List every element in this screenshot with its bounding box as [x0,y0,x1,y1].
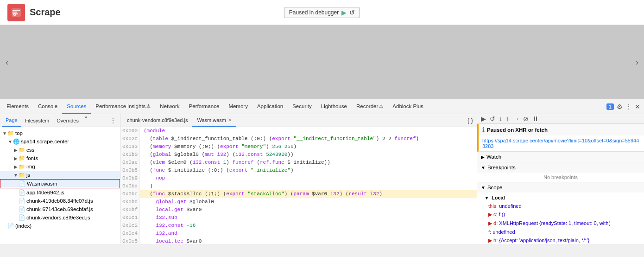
tree-item-spa14[interactable]: ▼ 🌐 spa14.scrape.center [0,137,120,146]
breakpoints-header[interactable]: ▼ Breakpoints [477,162,644,173]
subtab-filesystem[interactable]: Filesystem [21,114,53,127]
scope-header[interactable]: ▼ Scope [477,182,644,193]
tab-memory[interactable]: Memory [224,99,253,114]
code-tab-wasm[interactable]: Wasm.wasm ✕ [192,114,236,127]
code-panel-icons: { } [467,114,475,127]
watch-header[interactable]: ▶ Watch [477,152,644,162]
tree-label-chunk67143: chunk-67143ceb.69ecbfaf.js [26,206,93,212]
tree-item-css[interactable]: ▶ 📁 css [0,146,120,154]
scope-item-this: this: undefined [481,202,640,210]
tree-item-top[interactable]: ▼ 📁 top [0,129,120,137]
sources-left-panel: Page Filesystem Overrides » ⋮ ▼ 📁 top [0,114,120,244]
step-over-icon[interactable]: ↺ [349,9,355,16]
scope-item-d[interactable]: ▶ d: XMLHttpRequest {readyState: 1, time… [481,219,640,228]
deactivate-breakpoints-button[interactable]: ⊘ [522,114,530,123]
file-icon-chunk-vendors: 📄 [19,214,25,221]
code-line: 0x033 (memory $memory (;0;) (export "mem… [120,143,477,151]
tree-item-index[interactable]: 📄 (index) [0,222,120,230]
tab-recorder[interactable]: Recorder ⚠ [352,99,388,114]
tab-adblock[interactable]: Adblock Plus [388,99,428,114]
file-icon-chunk67143: 📄 [19,206,25,212]
code-tabs: chunk-vendors.c8f9e3ed.js Wasm.wasm ✕ { … [120,114,477,127]
sources-middle-panel: chunk-vendors.c8f9e3ed.js Wasm.wasm ✕ { … [120,114,477,244]
tree-label-img: img [26,164,35,169]
tab-security[interactable]: Security [288,99,316,114]
performance-insights-icon: ⚠ [146,103,151,109]
tree-arrow-img: ▶ [13,164,19,169]
tree-item-fonts[interactable]: ▶ 📁 fonts [0,154,120,162]
tree-arrow-fonts: ▶ [13,156,19,161]
file-tree: ▼ 📁 top ▼ 🌐 spa14.scrape.center ▶ 📁 css [0,127,120,244]
nav-left-arrow[interactable]: ‹ [6,58,8,67]
tree-item-chunk419[interactable]: 📄 chunk-419dcb08.34ffc07d.js [0,197,120,205]
tree-item-wasm[interactable]: 📄 Wasm.wasm → js [0,179,120,188]
devtools-tabs: Elements Console Sources Performance ins… [0,99,644,114]
file-icon-wasm: 📄 [19,180,25,187]
folder-icon-js: 📁 [19,172,25,178]
scope-arrow: ▼ [481,185,486,190]
tree-label-css: css [26,147,34,153]
tree-item-img[interactable]: ▶ 📁 img [0,162,120,171]
subtab-menu-icon[interactable]: ⋮ [108,117,118,124]
code-line-highlighted: 0x0bc (func $stackAlloc (;1;) (export "s… [120,190,477,198]
pause-on-exception-button[interactable]: ⏸ [531,114,540,123]
scope-item-h[interactable]: ▶ h: {Accept: 'application/json, text/pl… [481,236,640,244]
debugger-label: Paused in debugger [289,9,339,16]
tree-label-index: (index) [15,223,32,229]
tree-item-chunk67143[interactable]: 📄 chunk-67143ceb.69ecbfaf.js [0,205,120,213]
tab-application[interactable]: Application [253,99,288,114]
tree-item-chunk-vendors[interactable]: 📄 chunk-vendors.c8f9e3ed.js [0,213,120,222]
tab-sources[interactable]: Sources [62,99,91,114]
subtab-page[interactable]: Page [2,114,21,127]
format-icon[interactable]: { } [467,117,473,124]
subtab-more-icon[interactable]: » [84,114,87,127]
tab-elements[interactable]: Elements [2,99,33,114]
tab-lighthouse[interactable]: Lighthouse [316,99,352,114]
tree-item-js[interactable]: ▼ 📁 js [0,171,120,179]
sources-right-panel: ▶ ↺ ↓ ↑ → ⊘ ⏸ ℹ Paused on XHR or fetch h… [477,114,644,244]
code-line: 0x0b9 nop [120,174,477,182]
debugger-badge: Paused in debugger ▶ ↺ [284,7,360,18]
tree-item-app-js[interactable]: 📄 app.f40e6942.js [0,188,120,197]
tree-arrow-spa14: ▼ [7,139,13,144]
code-line: 0x0c1 i32.sub [120,214,477,222]
paused-section-header: ℹ Paused on XHR or fetch [479,124,644,135]
nav-right-arrow[interactable]: › [636,58,638,67]
scope-label: Scope [487,185,503,190]
step-out-button[interactable]: ↑ [505,114,510,123]
devtools-content: Page Filesystem Overrides » ⋮ ▼ 📁 top [0,114,644,244]
local-group-header[interactable]: ▼ Local [481,193,640,202]
step-button[interactable]: → [512,114,520,123]
close-devtools-icon[interactable]: ✕ [635,103,640,110]
paused-section: ℹ Paused on XHR or fetch https://spa14.s… [477,124,644,152]
code-line: 0x0c2 i32.const -16 [120,222,477,230]
folder-icon-img: 📁 [19,163,25,170]
logo-icon: G [11,7,22,18]
debug-toolbar: ▶ ↺ ↓ ↑ → ⊘ ⏸ [477,114,644,124]
settings-icon[interactable]: ⚙ [617,103,623,110]
more-options-icon[interactable]: ⋮ [625,103,632,110]
breakpoints-arrow: ▼ [481,165,486,170]
resume-icon[interactable]: ▶ [341,9,347,16]
close-tab-wasm[interactable]: ✕ [228,117,232,122]
step-into-button[interactable]: ↓ [498,114,503,123]
tab-network[interactable]: Network [155,99,184,114]
preview-area: ‹ › [0,25,644,99]
scope-item-c[interactable]: ▶ c: f () [481,210,640,219]
folder-icon-fonts: 📁 [19,155,25,161]
tree-label-chunk-vendors: chunk-vendors.c8f9e3ed.js [26,215,90,220]
tree-label-chunk419: chunk-419dcb08.34ffc07d.js [26,198,93,204]
app-logo: G [7,4,25,21]
folder-icon-css: 📁 [19,147,25,153]
tab-performance-insights[interactable]: Performance insights ⚠ [91,99,155,114]
tab-console[interactable]: Console [33,99,62,114]
step-over-button[interactable]: ↺ [489,114,496,123]
paused-url[interactable]: https://spa14.scrape.center/api/movie?li… [482,138,639,149]
scope-item-f: f: undefined [481,228,640,236]
watch-arrow: ▶ [481,154,485,160]
tab-performance[interactable]: Performance [184,99,224,114]
subtab-overrides[interactable]: Overrides [53,114,82,127]
resume-button[interactable]: ▶ [480,114,487,123]
badge-count: 1 [606,103,614,110]
code-tab-chunk-vendors[interactable]: chunk-vendors.c8f9e3ed.js [122,114,192,127]
